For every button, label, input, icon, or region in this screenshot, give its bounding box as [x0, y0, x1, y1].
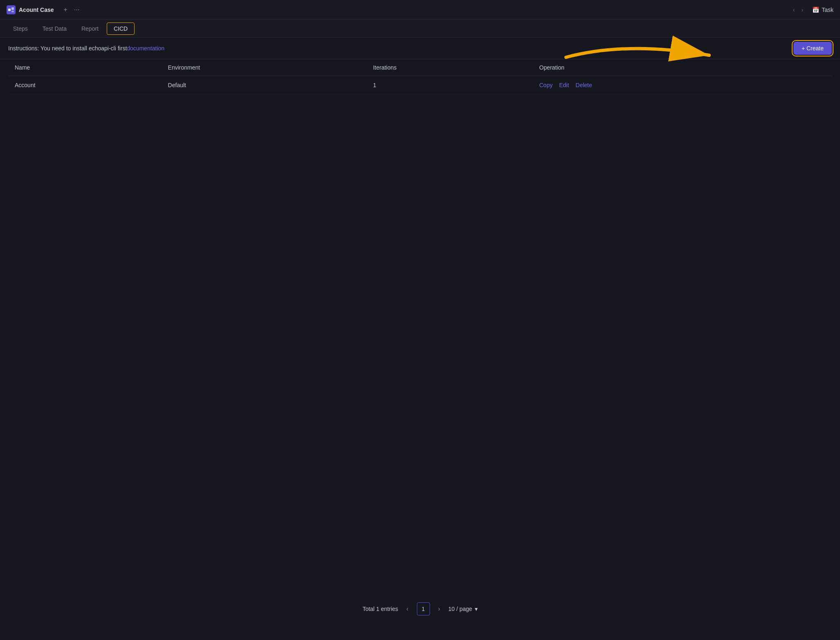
tab-testdata[interactable]: Test Data [36, 23, 73, 34]
nav-forward-button[interactable]: › [799, 6, 806, 14]
nav-arrows: ‹ › [791, 6, 806, 14]
copy-button[interactable]: Copy [539, 82, 553, 88]
nav-back-button[interactable]: ‹ [791, 6, 797, 14]
app-logo: Acount Case [7, 5, 54, 14]
title-bar-right: ‹ › 📅 Task [791, 6, 833, 14]
svg-rect-0 [8, 9, 11, 11]
table-body: Account Default 1 Copy Edit Delete [8, 76, 832, 95]
task-label: Task [822, 7, 833, 13]
tab-report[interactable]: Report [75, 23, 105, 34]
create-button[interactable]: + Create [793, 42, 832, 55]
row-iterations: 1 [366, 76, 532, 95]
table-row: Account Default 1 Copy Edit Delete [8, 76, 832, 95]
title-bar-actions: + ··· [62, 5, 81, 15]
edit-button[interactable]: Edit [559, 82, 569, 88]
documentation-link[interactable]: documentation [127, 45, 164, 52]
row-environment: Default [162, 76, 367, 95]
more-options-button[interactable]: ··· [72, 5, 81, 15]
cicd-table: Name Environment Iterations Operation Ac… [8, 59, 832, 95]
tabs-bar: Steps Test Data Report CICD [0, 20, 840, 38]
table-container: Name Environment Iterations Operation Ac… [0, 59, 840, 95]
app-title: Acount Case [19, 7, 54, 13]
task-button[interactable]: 📅 Task [812, 7, 833, 13]
row-name: Account [8, 76, 162, 95]
per-page-selector[interactable]: 10 / page ▾ [448, 606, 477, 612]
total-entries: Total 1 entries [362, 606, 398, 612]
pagination: Total 1 entries ‹ 1 › 10 / page ▾ [362, 602, 477, 615]
per-page-value: 10 / page [448, 606, 472, 612]
tab-steps[interactable]: Steps [7, 23, 34, 34]
calendar-icon: 📅 [812, 7, 819, 13]
add-tab-button[interactable]: + [62, 5, 69, 15]
col-operation: Operation [533, 59, 832, 76]
current-page[interactable]: 1 [417, 602, 430, 615]
table-header: Name Environment Iterations Operation [8, 59, 832, 76]
delete-button[interactable]: Delete [575, 82, 592, 88]
col-name: Name [8, 59, 162, 76]
next-page-button[interactable]: › [435, 604, 443, 614]
instructions-bar: Instructions: You need to install echoap… [0, 38, 840, 59]
logo-icon [7, 5, 16, 14]
col-iterations: Iterations [366, 59, 532, 76]
instructions-text: Instructions: You need to install echoap… [8, 45, 164, 52]
operation-cell: Copy Edit Delete [539, 82, 826, 88]
chevron-down-icon: ▾ [475, 606, 478, 612]
tab-cicd[interactable]: CICD [107, 23, 135, 35]
svg-rect-2 [11, 11, 14, 12]
instructions-static: Instructions: You need to install echoap… [8, 45, 127, 52]
table-header-row: Name Environment Iterations Operation [8, 59, 832, 76]
col-environment: Environment [162, 59, 367, 76]
prev-page-button[interactable]: ‹ [403, 604, 412, 614]
svg-rect-1 [11, 7, 14, 10]
row-operations: Copy Edit Delete [533, 76, 832, 95]
title-bar: Acount Case + ··· ‹ › 📅 Task [0, 0, 840, 20]
